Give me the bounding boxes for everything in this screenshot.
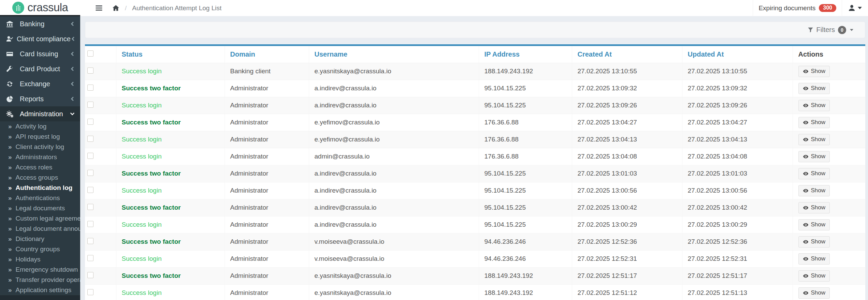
updated-at-cell: 27.02.2025 12:52:31 bbox=[682, 251, 793, 268]
row-checkbox[interactable] bbox=[87, 238, 93, 244]
eye-icon bbox=[803, 256, 809, 262]
row-checkbox[interactable] bbox=[87, 187, 93, 193]
show-button[interactable]: Show bbox=[798, 253, 830, 265]
row-checkbox[interactable] bbox=[87, 204, 93, 210]
sidebar-item-administration[interactable]: Administration bbox=[0, 106, 80, 121]
row-checkbox[interactable] bbox=[87, 102, 93, 108]
sidebar-subitem-authentication-log[interactable]: »Authentication log bbox=[0, 183, 80, 193]
sidebar-toggle-button[interactable] bbox=[95, 5, 103, 11]
chevron-left-icon bbox=[70, 51, 75, 56]
column-header-username[interactable]: Username bbox=[315, 50, 348, 58]
row-checkbox[interactable] bbox=[87, 85, 93, 91]
double-chevron-icon: » bbox=[8, 205, 12, 212]
expiring-documents-label: Expiring documents bbox=[758, 4, 815, 12]
row-checkbox[interactable] bbox=[87, 119, 93, 125]
ip-address-cell: 176.36.6.88 bbox=[479, 114, 572, 131]
show-button[interactable]: Show bbox=[798, 66, 830, 77]
domain-cell: Administrator bbox=[225, 165, 309, 182]
table-row: Success loginAdministratore.yasnitskaya@… bbox=[85, 285, 865, 300]
domain-cell: Administrator bbox=[225, 251, 309, 268]
username-cell: a.indirev@crassula.io bbox=[309, 165, 479, 182]
column-header-created-at[interactable]: Created At bbox=[578, 50, 612, 58]
row-checkbox[interactable] bbox=[87, 153, 93, 159]
sidebar-item-banking[interactable]: Banking bbox=[0, 16, 80, 31]
sidebar-item-client-compliance[interactable]: Client compliance bbox=[0, 31, 80, 46]
sidebar-subitem-legal-document-announcements[interactable]: »Legal document announcements bbox=[0, 224, 80, 234]
sidebar-item-reports[interactable]: Reports bbox=[0, 91, 80, 106]
sidebar-subitem-application-settings[interactable]: »Application settings bbox=[0, 285, 80, 295]
row-checkbox[interactable] bbox=[87, 255, 93, 261]
status-text: Success login bbox=[122, 255, 162, 262]
table-row: Success two factorAdministratora.indirev… bbox=[85, 80, 865, 97]
row-checkbox[interactable] bbox=[87, 170, 93, 176]
sidebar-subitem-dictionary[interactable]: »Dictionary bbox=[0, 234, 80, 244]
select-all-checkbox[interactable] bbox=[87, 50, 93, 57]
show-button[interactable]: Show bbox=[798, 168, 830, 179]
column-header-ip-address[interactable]: IP Address bbox=[484, 50, 520, 58]
show-button[interactable]: Show bbox=[798, 151, 830, 162]
username-cell: e.yasnitskaya@crassula.io bbox=[309, 268, 479, 285]
home-icon[interactable] bbox=[112, 4, 119, 12]
show-button-label: Show bbox=[811, 204, 826, 211]
sidebar-subitem-access-roles[interactable]: »Access roles bbox=[0, 162, 80, 172]
bank-icon bbox=[6, 20, 16, 28]
eye-icon bbox=[803, 120, 809, 125]
show-button[interactable]: Show bbox=[798, 219, 830, 230]
sidebar-item-card-issuing[interactable]: Card Issuing bbox=[0, 46, 80, 61]
sidebar-subitem-label: Access roles bbox=[16, 164, 53, 171]
column-header-domain[interactable]: Domain bbox=[230, 50, 255, 58]
show-button[interactable]: Show bbox=[798, 236, 830, 247]
user-menu[interactable] bbox=[842, 0, 868, 16]
row-checkbox[interactable] bbox=[87, 272, 93, 278]
double-chevron-icon: » bbox=[8, 266, 12, 273]
show-button-label: Show bbox=[811, 272, 826, 279]
app-root: crassula / Authentication Attempt Log Li… bbox=[0, 0, 868, 300]
sidebar-subitem-administrators[interactable]: »Administrators bbox=[0, 152, 80, 162]
sidebar-subitem-label: Client activity log bbox=[16, 143, 64, 151]
filters-button[interactable]: Filters 0 bbox=[808, 26, 853, 34]
sidebar-subitem-transfer-provider-operational-tim[interactable]: »Transfer provider operational tim bbox=[0, 275, 80, 285]
show-button[interactable]: Show bbox=[798, 270, 830, 282]
credit-card-icon bbox=[6, 50, 16, 58]
updated-at-cell: 27.02.2025 12:51:13 bbox=[682, 285, 793, 300]
row-checkbox[interactable] bbox=[87, 289, 93, 295]
column-header-updated-at[interactable]: Updated At bbox=[688, 50, 724, 58]
column-header-status[interactable]: Status bbox=[122, 50, 143, 58]
sidebar-subitem-emergency-shutdown[interactable]: »Emergency shutdown bbox=[0, 265, 80, 275]
show-button[interactable]: Show bbox=[798, 100, 830, 111]
show-button[interactable]: Show bbox=[798, 134, 830, 145]
sidebar-item-label: Administration bbox=[20, 110, 63, 118]
sidebar-subitem-custom-legal-agreements[interactable]: »Custom legal agreements bbox=[0, 213, 80, 224]
chevron-left-icon bbox=[70, 66, 75, 71]
sidebar-subitem-label: Country groups bbox=[16, 245, 60, 253]
status-text: Success login bbox=[122, 153, 162, 160]
ip-address-cell: 95.104.15.225 bbox=[479, 182, 572, 199]
row-checkbox[interactable] bbox=[87, 221, 93, 227]
show-button[interactable]: Show bbox=[798, 83, 830, 94]
sidebar-subitem-access-groups[interactable]: »Access groups bbox=[0, 172, 80, 183]
table-row: Success loginBanking cliente.yasnitskaya… bbox=[85, 63, 865, 80]
sidebar-subitem-activity-log[interactable]: »Activity log bbox=[0, 121, 80, 132]
sidebar-subitem-legal-documents[interactable]: »Legal documents bbox=[0, 203, 80, 213]
row-checkbox[interactable] bbox=[87, 68, 93, 74]
username-cell: a.indirev@crassula.io bbox=[309, 97, 479, 114]
filters-bar: Filters 0 bbox=[85, 21, 865, 38]
row-checkbox[interactable] bbox=[87, 136, 93, 142]
sidebar-subitem-client-activity-log[interactable]: »Client activity log bbox=[0, 142, 80, 152]
updated-at-cell: 27.02.2025 13:01:03 bbox=[682, 165, 793, 182]
logo[interactable]: crassula bbox=[0, 0, 80, 16]
sidebar-item-card-product[interactable]: Card Product bbox=[0, 61, 80, 76]
show-button[interactable]: Show bbox=[798, 185, 830, 196]
eye-icon bbox=[803, 171, 809, 177]
sidebar-subitem-label: Dictionary bbox=[16, 235, 44, 243]
breadcrumb: Authentication Attempt Log List bbox=[132, 4, 221, 12]
show-button[interactable]: Show bbox=[798, 117, 830, 128]
sidebar-subitem-holidays[interactable]: »Holidays bbox=[0, 254, 80, 265]
sidebar-subitem-api-request-log[interactable]: »API request log bbox=[0, 132, 80, 142]
show-button[interactable]: Show bbox=[798, 287, 830, 299]
sidebar-subitem-country-groups[interactable]: »Country groups bbox=[0, 244, 80, 254]
sidebar-subitem-authentications[interactable]: »Authentications bbox=[0, 193, 80, 203]
sidebar-item-exchange[interactable]: Exchange bbox=[0, 76, 80, 91]
show-button[interactable]: Show bbox=[798, 202, 830, 213]
expiring-documents-link[interactable]: Expiring documents 300 bbox=[753, 0, 842, 16]
